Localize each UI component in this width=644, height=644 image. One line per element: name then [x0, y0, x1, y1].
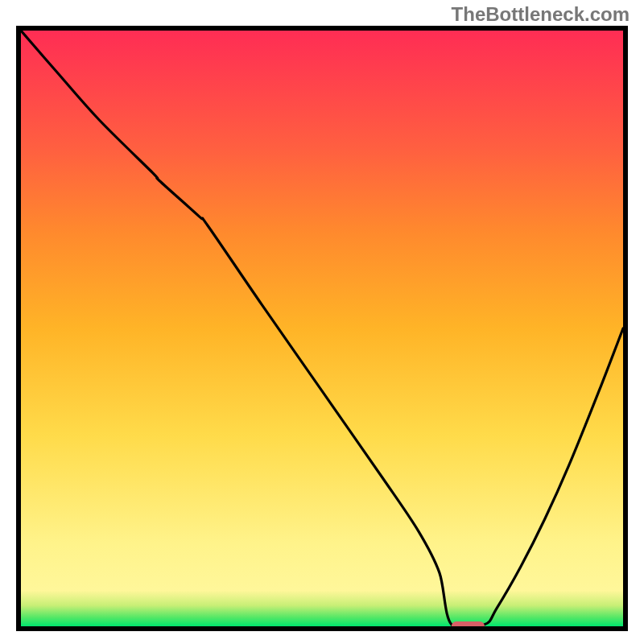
watermark-text: TheBottleneck.com	[452, 3, 630, 26]
chart-container: TheBottleneck.com	[0, 0, 644, 644]
curve-layer	[21, 31, 623, 626]
plot-area	[16, 26, 628, 631]
well-marker	[452, 621, 485, 626]
bottleneck-curve	[21, 31, 623, 626]
